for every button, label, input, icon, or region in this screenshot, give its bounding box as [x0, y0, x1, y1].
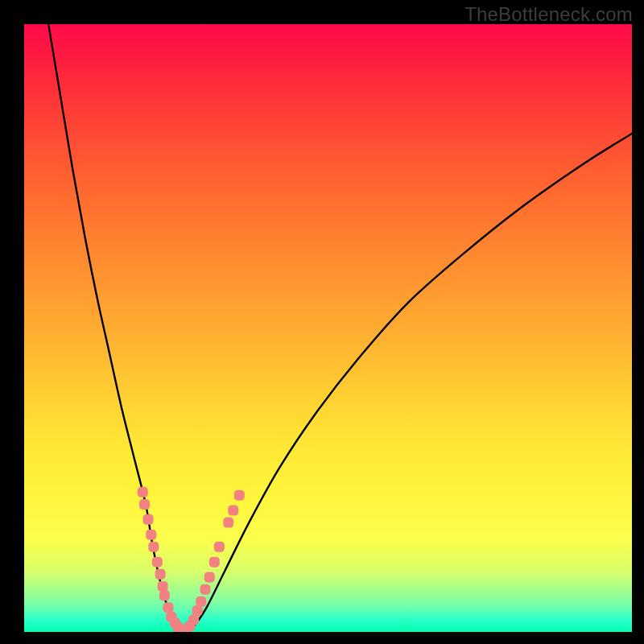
data-marker	[214, 542, 225, 552]
watermark-text: TheBottleneck.com	[464, 3, 633, 26]
plot-area	[24, 24, 632, 632]
chart-svg	[24, 24, 632, 632]
data-marker	[146, 530, 156, 540]
data-marker	[223, 518, 233, 528]
data-marker	[152, 557, 163, 568]
curve-layer	[48, 24, 632, 632]
data-marker	[139, 499, 150, 510]
data-marker	[155, 569, 166, 580]
data-marker	[143, 514, 154, 525]
marker-layer	[138, 487, 245, 632]
data-marker	[228, 506, 238, 516]
data-marker	[192, 605, 203, 616]
data-marker	[188, 614, 199, 625]
data-marker	[200, 584, 210, 595]
data-marker	[148, 542, 159, 552]
data-marker	[209, 557, 220, 568]
chart-frame: TheBottleneck.com	[0, 0, 644, 644]
data-marker	[158, 581, 168, 592]
data-marker	[234, 490, 245, 501]
data-marker	[196, 597, 206, 607]
data-marker	[159, 590, 170, 601]
data-marker	[138, 487, 148, 497]
data-marker	[204, 572, 215, 583]
bottleneck-curve	[48, 24, 632, 632]
data-marker	[163, 602, 173, 613]
